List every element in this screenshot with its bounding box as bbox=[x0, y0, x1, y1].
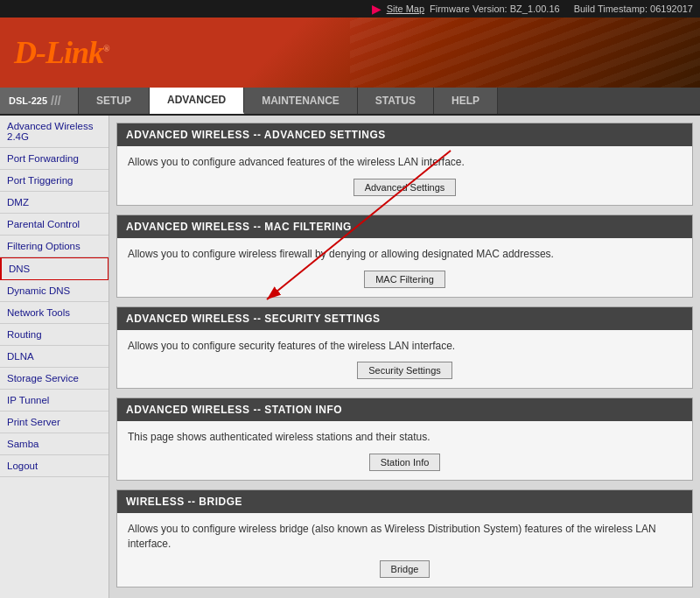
sidebar: Advanced Wireless 2.4G Port Forwarding P… bbox=[0, 116, 109, 598]
sidebar-item-storage-service[interactable]: Storage Service bbox=[0, 368, 108, 390]
sidebar-item-dlna[interactable]: DLNA bbox=[0, 346, 108, 368]
sidebar-item-port-forwarding[interactable]: Port Forwarding bbox=[0, 148, 108, 170]
sidebar-item-parental-control[interactable]: Parental Control bbox=[0, 214, 108, 236]
sidebar-item-ip-tunnel[interactable]: IP Tunnel bbox=[0, 390, 108, 412]
advanced-settings-button[interactable]: Advanced Settings bbox=[354, 179, 457, 196]
content-area: ADVANCED WIRELESS -- ADVANCED SETTINGS A… bbox=[109, 116, 700, 598]
bullet-icon: ▶ bbox=[372, 2, 382, 16]
logo: D-Link​® bbox=[14, 34, 108, 71]
section-header-security-settings: ADVANCED WIRELESS -- SECURITY SETTINGS bbox=[117, 307, 692, 330]
section-header-station-info: ADVANCED WIRELESS -- STATION INFO bbox=[117, 398, 692, 421]
sidebar-item-network-tools[interactable]: Network Tools bbox=[0, 302, 108, 324]
header: D-Link​® bbox=[0, 18, 700, 88]
sidebar-item-dns[interactable]: DNS bbox=[0, 257, 108, 280]
sidebar-item-dmz[interactable]: DMZ bbox=[0, 192, 108, 214]
sidebar-item-dynamic-dns[interactable]: Dynamic DNS bbox=[0, 280, 108, 302]
mac-filtering-button[interactable]: MAC Filtering bbox=[364, 271, 445, 288]
sitemap-link[interactable]: Site Map bbox=[387, 4, 424, 14]
section-desc-wireless-bridge: Allows you to configure wireless bridge … bbox=[128, 522, 682, 552]
section-body-station-info: This page shows authenticated wireless s… bbox=[117, 421, 692, 480]
section-body-mac-filtering: Allows you to configure wireless firewal… bbox=[117, 238, 692, 297]
tab-setup[interactable]: SETUP bbox=[79, 88, 150, 114]
sidebar-item-logout[interactable]: Logout bbox=[0, 455, 108, 477]
section-desc-mac-filtering: Allows you to configure wireless firewal… bbox=[128, 247, 682, 262]
section-desc-station-info: This page shows authenticated wireless s… bbox=[128, 430, 682, 445]
firmware-version: Firmware Version: BZ_1.00.16 bbox=[430, 4, 560, 14]
section-wireless-bridge: WIRELESS -- BRIDGE Allows you to configu… bbox=[116, 489, 693, 587]
section-desc-security-settings: Allows you to configure security feature… bbox=[128, 339, 682, 354]
section-body-advanced-settings: Allows you to configure advanced feature… bbox=[117, 146, 692, 205]
tab-help[interactable]: HELP bbox=[434, 88, 498, 114]
sidebar-item-print-server[interactable]: Print Server bbox=[0, 412, 108, 433]
sidebar-item-filtering-options[interactable]: Filtering Options bbox=[0, 236, 108, 257]
build-timestamp: Build Timestamp: 06192017 bbox=[574, 4, 693, 14]
sidebar-item-samba[interactable]: Samba bbox=[0, 433, 108, 455]
section-header-advanced-settings: ADVANCED WIRELESS -- ADVANCED SETTINGS bbox=[117, 123, 692, 146]
section-mac-filtering: ADVANCED WIRELESS -- MAC FILTERING Allow… bbox=[116, 215, 693, 298]
section-advanced-settings: ADVANCED WIRELESS -- ADVANCED SETTINGS A… bbox=[116, 123, 693, 206]
tab-advanced[interactable]: ADVANCED bbox=[150, 88, 244, 114]
section-station-info: ADVANCED WIRELESS -- STATION INFO This p… bbox=[116, 397, 693, 481]
section-body-security-settings: Allows you to configure security feature… bbox=[117, 330, 692, 389]
section-security-settings: ADVANCED WIRELESS -- SECURITY SETTINGS A… bbox=[116, 306, 693, 390]
section-desc-advanced-settings: Allows you to configure advanced feature… bbox=[128, 155, 682, 170]
bridge-button[interactable]: Bridge bbox=[380, 560, 430, 578]
sidebar-item-routing[interactable]: Routing bbox=[0, 324, 108, 346]
nav-tabs: DSL-225 /// SETUP ADVANCED MAINTENANCE S… bbox=[0, 88, 700, 116]
station-info-button[interactable]: Station Info bbox=[369, 454, 441, 471]
tab-maintenance[interactable]: MAINTENANCE bbox=[244, 88, 358, 114]
slashes-icon: /// bbox=[51, 94, 61, 108]
tab-status[interactable]: STATUS bbox=[358, 88, 434, 114]
main-layout: Advanced Wireless 2.4G Port Forwarding P… bbox=[0, 116, 700, 598]
top-bar: ▶ Site Map Firmware Version: BZ_1.00.16 … bbox=[0, 0, 700, 18]
model-label: DSL-225 /// bbox=[0, 88, 79, 114]
security-settings-button[interactable]: Security Settings bbox=[357, 362, 452, 379]
sidebar-item-port-triggering[interactable]: Port Triggering bbox=[0, 170, 108, 192]
section-header-wireless-bridge: WIRELESS -- BRIDGE bbox=[117, 490, 692, 513]
section-body-wireless-bridge: Allows you to configure wireless bridge … bbox=[117, 513, 692, 587]
sidebar-item-advanced-wireless[interactable]: Advanced Wireless 2.4G bbox=[0, 116, 108, 148]
section-header-mac-filtering: ADVANCED WIRELESS -- MAC FILTERING bbox=[117, 215, 692, 238]
